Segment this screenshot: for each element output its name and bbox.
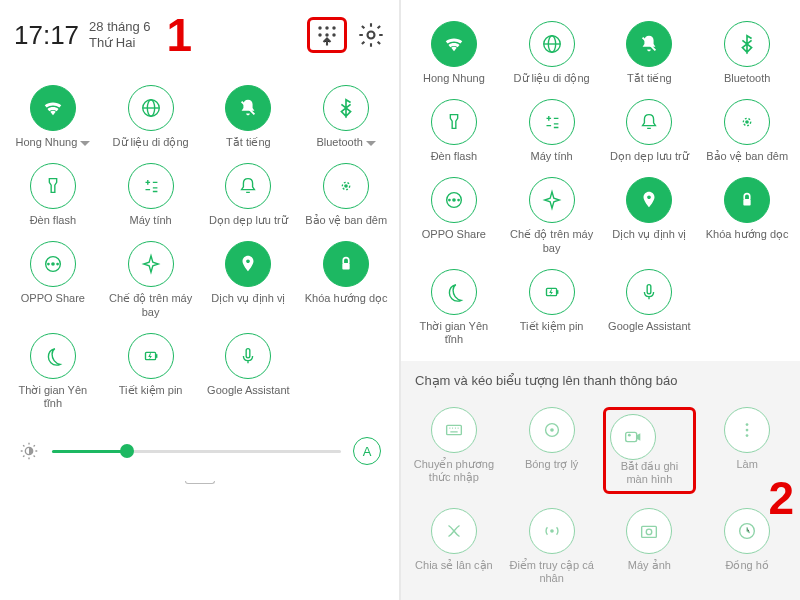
tile-label: Hong Nhung (423, 72, 485, 85)
auto-brightness-toggle[interactable]: A (353, 437, 381, 465)
quick-tile[interactable]: Khóa hướng dọc (297, 234, 395, 325)
bell-off-icon[interactable] (225, 85, 271, 131)
tile-label: Dịch vụ định vị (211, 292, 285, 305)
bell-icon[interactable] (225, 163, 271, 209)
camera-icon[interactable] (626, 508, 672, 554)
tile-label: Thời gian Yên tĩnh (10, 384, 96, 410)
quick-tile[interactable]: Máy tính (102, 156, 200, 234)
bell-off-icon[interactable] (626, 21, 672, 67)
quick-settings-grid: Hong NhungDữ liệu di độngTắt tiếngBlueto… (401, 0, 800, 361)
quick-tile[interactable]: Đèn flash (4, 156, 102, 234)
wifi-icon[interactable] (30, 85, 76, 131)
quick-tile[interactable]: Bảo vệ ban đêm (698, 92, 796, 170)
quick-tile[interactable]: Chia sẻ lân cận (405, 501, 503, 592)
night-icon[interactable] (323, 163, 369, 209)
quick-tile[interactable]: Tiết kiệm pin (503, 262, 601, 353)
quick-tile[interactable]: Hong Nhung (405, 14, 503, 92)
gear-icon[interactable] (357, 21, 385, 49)
globe-icon[interactable] (529, 21, 575, 67)
bluetooth-icon[interactable] (724, 21, 770, 67)
quick-tile[interactable]: Khóa hướng dọc (698, 170, 796, 261)
lock-icon[interactable] (323, 241, 369, 287)
quick-tile[interactable]: Chế độ trên máy bay (102, 234, 200, 325)
quick-tile[interactable]: Dịch vụ định vị (601, 170, 699, 261)
quick-tile[interactable]: Thời gian Yên tĩnh (4, 326, 102, 417)
flashlight-icon[interactable] (431, 99, 477, 145)
quick-tile[interactable]: Dọn dẹp lưu trữ (200, 156, 298, 234)
quick-tile[interactable]: OPPO Share (405, 170, 503, 261)
brightness-icon (18, 440, 40, 462)
quick-tile[interactable]: Dọn dẹp lưu trữ (601, 92, 699, 170)
wifi-icon[interactable] (431, 21, 477, 67)
quick-tile[interactable]: Google Assistant (601, 262, 699, 353)
calc-icon[interactable] (529, 99, 575, 145)
tile-label: Chế độ trên máy bay (509, 228, 595, 254)
quick-tile[interactable]: Chế độ trên máy bay (503, 170, 601, 261)
quick-tile[interactable]: Tắt tiếng (200, 78, 298, 156)
quick-tile[interactable]: Tắt tiếng (601, 14, 699, 92)
bluetooth-icon[interactable] (323, 85, 369, 131)
quick-tile[interactable]: Bảo vệ ban đêm (297, 156, 395, 234)
bell-icon[interactable] (626, 99, 672, 145)
tile-label: Khóa hướng dọc (305, 292, 388, 305)
record-icon[interactable] (610, 414, 656, 460)
quick-settings-grid: Hong NhungDữ liệu di độngTắt tiếngBlueto… (0, 70, 399, 425)
quick-tile[interactable]: Điểm truy cập cá nhân (503, 501, 601, 592)
share-icon[interactable] (431, 177, 477, 223)
calc-icon[interactable] (128, 163, 174, 209)
hotspot-icon[interactable] (529, 508, 575, 554)
quick-tile[interactable]: Dịch vụ định vị (200, 234, 298, 325)
tile-label: Tắt tiếng (627, 72, 672, 85)
slider-track[interactable] (52, 450, 341, 453)
dots-icon[interactable] (724, 407, 770, 453)
status-bar: 17:17 28 tháng 6 Thứ Hai 1 (0, 0, 399, 70)
quick-tile[interactable]: Máy ảnh (601, 501, 699, 592)
clock-icon[interactable] (724, 508, 770, 554)
location-icon[interactable] (225, 241, 271, 287)
tile-label: OPPO Share (422, 228, 486, 241)
tile-label: Bluetooth (724, 72, 770, 85)
tile-label: Google Assistant (207, 384, 290, 397)
tile-label: Máy ảnh (628, 559, 671, 572)
plane-icon[interactable] (529, 177, 575, 223)
quick-tile[interactable]: Bắt đầu ghi màn hình (601, 400, 699, 500)
tile-label: Tiết kiệm pin (520, 320, 584, 333)
quick-tile[interactable]: Hong Nhung (4, 78, 102, 156)
brightness-slider[interactable]: A (0, 425, 399, 477)
highlight-edit-button (307, 17, 347, 53)
quick-tile[interactable]: Bóng trợ lý (503, 400, 601, 500)
location-icon[interactable] (626, 177, 672, 223)
tile-label: Bắt đầu ghi màn hình (610, 460, 690, 486)
quick-tile[interactable]: Bluetooth (698, 14, 796, 92)
moon-icon[interactable] (30, 333, 76, 379)
quick-tile[interactable]: Dữ liệu di động (503, 14, 601, 92)
flashlight-icon[interactable] (30, 163, 76, 209)
edit-tiles-icon[interactable] (313, 21, 341, 49)
quick-tile[interactable]: Tiết kiệm pin (102, 326, 200, 417)
moon-icon[interactable] (431, 269, 477, 315)
quick-tile[interactable]: Đèn flash (405, 92, 503, 170)
quick-tile[interactable]: Google Assistant (200, 326, 298, 417)
lock-icon[interactable] (724, 177, 770, 223)
quick-tile[interactable]: Bluetooth (297, 78, 395, 156)
tile-label: Điểm truy cập cá nhân (509, 559, 595, 585)
target-icon[interactable] (529, 407, 575, 453)
quick-tile[interactable]: Dữ liệu di động (102, 78, 200, 156)
quick-tile[interactable]: Chuyển phương thức nhập (405, 400, 503, 500)
keyboard-icon[interactable] (431, 407, 477, 453)
quick-tile[interactable]: Thời gian Yên tĩnh (405, 262, 503, 353)
tile-label: Bóng trợ lý (525, 458, 578, 471)
night-icon[interactable] (724, 99, 770, 145)
tile-label: Dữ liệu di động (514, 72, 590, 85)
dna-icon[interactable] (431, 508, 477, 554)
quick-tile[interactable]: OPPO Share (4, 234, 102, 325)
mic-icon[interactable] (626, 269, 672, 315)
battery-icon[interactable] (529, 269, 575, 315)
share-icon[interactable] (30, 241, 76, 287)
globe-icon[interactable] (128, 85, 174, 131)
mic-icon[interactable] (225, 333, 271, 379)
plane-icon[interactable] (128, 241, 174, 287)
drag-handle[interactable] (185, 481, 215, 484)
quick-tile[interactable]: Máy tính (503, 92, 601, 170)
battery-icon[interactable] (128, 333, 174, 379)
